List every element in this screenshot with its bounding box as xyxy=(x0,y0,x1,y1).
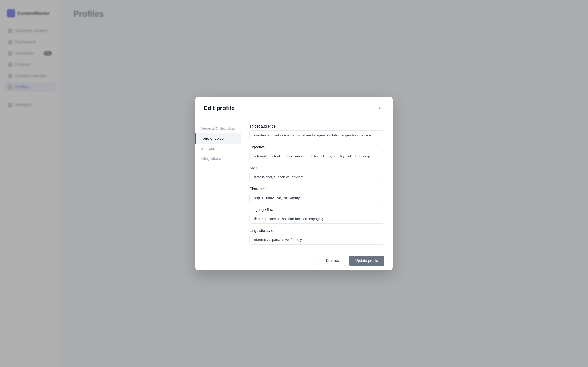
label-target-audience: Target audience xyxy=(250,124,384,128)
label-linguistic-style: Linguistic style xyxy=(250,229,384,233)
modal-overlay: Edit profile × General & Branding Tone o… xyxy=(0,0,588,367)
form-group-objective: Objective xyxy=(250,145,384,161)
modal-footer: Dismiss Update profile xyxy=(195,251,393,270)
form-group-character: Character xyxy=(250,187,384,203)
input-language-flow[interactable] xyxy=(250,214,384,224)
close-icon: × xyxy=(379,105,382,111)
label-objective: Objective xyxy=(250,145,384,149)
close-button[interactable]: × xyxy=(376,104,384,112)
modal-form: Target audience Objective Style Characte… xyxy=(241,118,393,251)
modal-title: Edit profile xyxy=(204,105,235,112)
nav-item-integrations[interactable]: Integrations xyxy=(195,154,241,164)
label-character: Character xyxy=(250,187,384,191)
update-profile-button[interactable]: Update profile xyxy=(349,256,384,266)
nav-item-tone[interactable]: Tone of voice xyxy=(195,133,241,144)
dismiss-button[interactable]: Dismiss xyxy=(319,256,346,266)
label-language-flow: Language flow xyxy=(250,208,384,212)
form-group-language-flow: Language flow xyxy=(250,208,384,224)
modal-body: General & Branding Tone of voice Sources… xyxy=(195,118,393,251)
edit-profile-modal: Edit profile × General & Branding Tone o… xyxy=(195,97,393,270)
input-linguistic-style[interactable] xyxy=(250,235,384,244)
form-group-style: Style xyxy=(250,166,384,182)
input-target-audience[interactable] xyxy=(250,130,384,140)
input-style[interactable] xyxy=(250,172,384,182)
form-group-target-audience: Target audience xyxy=(250,124,384,140)
modal-nav: General & Branding Tone of voice Sources… xyxy=(195,118,241,251)
form-group-linguistic-style: Linguistic style xyxy=(250,229,384,244)
modal-header: Edit profile × xyxy=(195,97,393,118)
input-character[interactable] xyxy=(250,193,384,203)
nav-item-sources[interactable]: Sources xyxy=(195,144,241,154)
input-objective[interactable] xyxy=(250,151,384,161)
label-style: Style xyxy=(250,166,384,170)
nav-item-general[interactable]: General & Branding xyxy=(195,123,241,133)
